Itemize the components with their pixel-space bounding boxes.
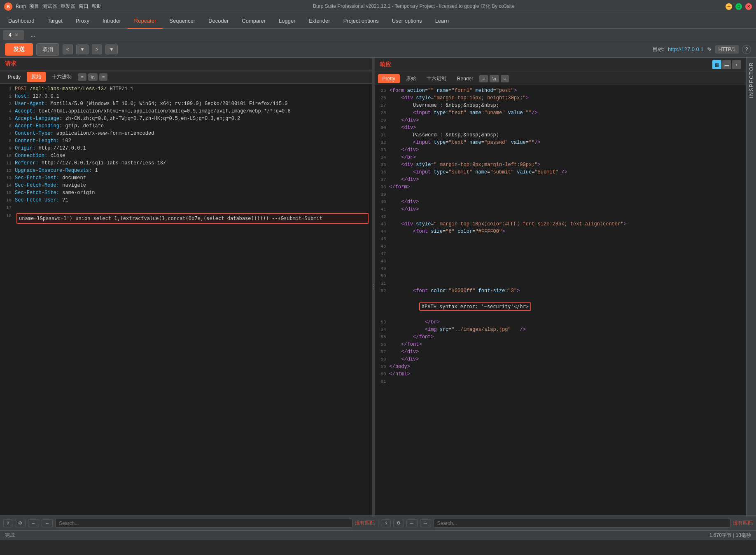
view-mode-buttons: ▦ ▬ ▪ bbox=[712, 60, 741, 69]
request-view-tabs: Pretty 原始 十六进制 ≡ \n ≡ bbox=[0, 70, 372, 84]
req-search-prev-button[interactable]: ← bbox=[28, 519, 39, 527]
req-format-icon[interactable]: ≡ bbox=[78, 73, 86, 81]
target-label: 目标: bbox=[652, 46, 665, 53]
app-menu-help[interactable]: 帮助 bbox=[92, 3, 102, 10]
response-search-area: ? ⚙ ← → 没有匹配 bbox=[382, 519, 753, 528]
resp-line-61: 61 bbox=[375, 378, 747, 385]
minimize-button[interactable]: ─ bbox=[726, 3, 732, 10]
app-menu-burp[interactable]: Burp bbox=[16, 4, 26, 9]
req-line-14: 14 Sec-Fetch-Mode: navigate bbox=[0, 182, 372, 189]
resp-line-59: 59 </body> bbox=[375, 363, 747, 370]
req-tab-more[interactable]: ... bbox=[26, 30, 40, 40]
app-menu-tester[interactable]: 测试器 bbox=[42, 3, 57, 10]
resp-line-50: 50 bbox=[375, 272, 747, 280]
nav-tabs: Dashboard Target Proxy Intruder Repeater… bbox=[0, 13, 756, 29]
vm-vertical-btn[interactable]: ▪ bbox=[732, 60, 741, 69]
cancel-button[interactable]: 取消 bbox=[36, 43, 59, 56]
req-no-match-label: 没有匹配 bbox=[355, 520, 375, 527]
resp-newline-icon[interactable]: \n bbox=[490, 75, 499, 82]
response-search-input[interactable] bbox=[434, 519, 730, 528]
resp-line-26: 26 <div style="margin-top:15px; height:3… bbox=[375, 94, 747, 102]
response-panel: 响应 ▦ ▬ ▪ Pretty 原始 十六进制 Render ≡ \n ≡ 25… bbox=[375, 58, 747, 515]
resp-line-47: 47 bbox=[375, 250, 747, 258]
req-tab-close-4[interactable]: ✕ bbox=[14, 32, 19, 38]
vm-horizontal-btn[interactable]: ▬ bbox=[722, 60, 731, 69]
tab-learn[interactable]: Learn bbox=[429, 13, 455, 29]
tab-logger[interactable]: Logger bbox=[272, 13, 302, 29]
tab-target[interactable]: Target bbox=[41, 13, 69, 29]
tab-sequencer[interactable]: Sequencer bbox=[163, 13, 202, 29]
app-menu-resender[interactable]: 重发器 bbox=[61, 3, 75, 10]
nav-prev-dropdown-button[interactable]: ▼ bbox=[76, 44, 89, 54]
toolbar: 发送 取消 < ▼ > ▼ 目标: http://127.0.0.1 ✎ HTT… bbox=[0, 41, 756, 58]
req-line-12: 12 Upgrade-Insecure-Requests: 1 bbox=[0, 167, 372, 174]
req-tab-4[interactable]: 4 ✕ bbox=[3, 30, 24, 40]
tab-repeater[interactable]: Repeater bbox=[128, 13, 163, 29]
request-search-input[interactable] bbox=[55, 519, 352, 528]
req-view-hex[interactable]: 十六进制 bbox=[47, 72, 76, 82]
req-view-pretty[interactable]: Pretty bbox=[3, 73, 25, 82]
req-line-18-highlight: uname=1&passwd=1') union select 1,(extra… bbox=[16, 213, 369, 224]
resp-no-match-label: 没有匹配 bbox=[733, 520, 753, 527]
resp-line-41: 41 </div> bbox=[375, 206, 747, 213]
req-view-raw[interactable]: 原始 bbox=[27, 72, 46, 82]
req-line-18-container: 18 uname=1&passwd=1') union select 1,(ex… bbox=[0, 211, 372, 225]
req-line-10: 10 Connection: close bbox=[0, 152, 372, 159]
close-button[interactable]: ✕ bbox=[745, 3, 752, 10]
resp-line-43: 43 <div style=" margin-top:10px;color:#F… bbox=[375, 220, 747, 228]
resp-line-32: 32 <input type="text" name="passwd" valu… bbox=[375, 139, 747, 146]
vm-split-btn[interactable]: ▦ bbox=[712, 60, 721, 69]
resp-view-pretty[interactable]: Pretty bbox=[378, 74, 400, 83]
send-button[interactable]: 发送 bbox=[5, 43, 33, 56]
resp-line-51: 51 bbox=[375, 280, 747, 287]
resp-search-next-button[interactable]: → bbox=[420, 519, 431, 527]
resp-search-prev-button[interactable]: ← bbox=[406, 519, 418, 527]
maximize-button[interactable]: □ bbox=[735, 3, 742, 10]
inspector-label: INSPECTOR bbox=[749, 58, 754, 102]
resp-line-44: 44 <font size="6" color="#FFFF00"> bbox=[375, 228, 747, 235]
resp-line-30: 30 <div> bbox=[375, 124, 747, 131]
nav-prev-button[interactable]: < bbox=[63, 44, 73, 54]
req-line-11: 11 Referer: http://127.0.0.1/sqli-labs-m… bbox=[0, 159, 372, 167]
resp-line-57: 57 </div> bbox=[375, 348, 747, 356]
req-wrap-icon[interactable]: ≡ bbox=[99, 73, 107, 81]
request-code-area[interactable]: 1 POST /sqli-labs-master/Less-13/ HTTP/1… bbox=[0, 84, 372, 515]
tab-project-options[interactable]: Project options bbox=[337, 13, 385, 29]
resp-view-render[interactable]: Render bbox=[453, 74, 478, 83]
resp-view-hex[interactable]: 十六进制 bbox=[422, 73, 451, 84]
app-menu-project[interactable]: 项目 bbox=[29, 3, 39, 10]
req-search-next-button[interactable]: → bbox=[42, 519, 53, 527]
app-menu-window[interactable]: 窗口 bbox=[79, 3, 89, 10]
resp-highlight-xpath: XPATH syntax error: '~security'</br> bbox=[419, 302, 531, 311]
help-button[interactable]: ? bbox=[742, 45, 751, 54]
tab-comparer[interactable]: Comparer bbox=[235, 13, 272, 29]
resp-search-settings-button[interactable]: ⚙ bbox=[393, 519, 404, 527]
resp-line-52b-container: XPATH syntax error: '~security'</br> bbox=[375, 295, 747, 318]
tab-dashboard[interactable]: Dashboard bbox=[2, 13, 41, 29]
nav-next-button[interactable]: > bbox=[92, 44, 102, 54]
resp-line-33: 33 </div> bbox=[375, 146, 747, 154]
resp-wrap-icon[interactable]: ≡ bbox=[501, 75, 509, 82]
req-newline-icon[interactable]: \n bbox=[88, 73, 98, 81]
tab-intruder[interactable]: Intruder bbox=[96, 13, 128, 29]
resp-search-help-button[interactable]: ? bbox=[382, 519, 391, 527]
request-panel-header: 请求 bbox=[0, 58, 372, 70]
resp-line-45: 45 bbox=[375, 235, 747, 243]
req-search-help-button[interactable]: ? bbox=[3, 519, 12, 527]
tab-extender[interactable]: Extender bbox=[302, 13, 337, 29]
edit-target-button[interactable]: ✎ bbox=[707, 46, 712, 53]
resp-line-53: 53 </br> bbox=[375, 318, 747, 326]
req-line-13: 13 Sec-Fetch-Dest: document bbox=[0, 174, 372, 182]
response-code-area[interactable]: 25 <form action="" name="form1" method="… bbox=[375, 85, 747, 515]
resp-line-49: 49 bbox=[375, 265, 747, 272]
app-logo: B bbox=[4, 2, 12, 11]
tab-decoder[interactable]: Decoder bbox=[202, 13, 235, 29]
resp-line-42: 42 bbox=[375, 213, 747, 220]
nav-next-dropdown-button[interactable]: ▼ bbox=[105, 44, 118, 54]
req-line-7: 7 Content-Type: application/x-www-form-u… bbox=[0, 130, 372, 137]
req-search-settings-button[interactable]: ⚙ bbox=[15, 519, 26, 527]
tab-proxy[interactable]: Proxy bbox=[69, 13, 96, 29]
tab-user-options[interactable]: User options bbox=[385, 13, 429, 29]
resp-view-raw[interactable]: 原始 bbox=[401, 73, 420, 84]
resp-format-icon[interactable]: ≡ bbox=[479, 75, 488, 82]
